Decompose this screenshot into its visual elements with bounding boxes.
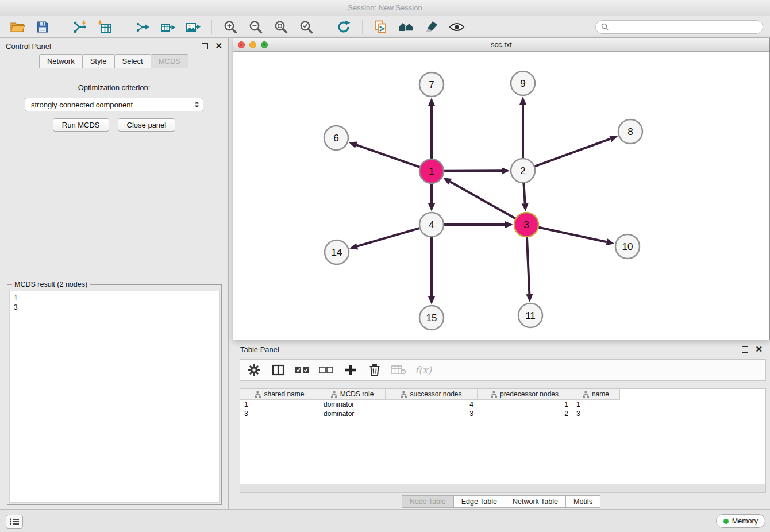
column-header-label: MCDS role — [340, 390, 374, 398]
graph-node-3[interactable]: 3 — [514, 213, 538, 237]
graph-edge — [527, 237, 529, 294]
run-mcds-button[interactable]: Run MCDS — [53, 118, 109, 132]
show-panels-button[interactable] — [6, 515, 23, 529]
network-canvas[interactable]: 7968124314101511 — [233, 51, 769, 340]
graph-node-8[interactable]: 8 — [618, 119, 642, 144]
graph-edge-arrow — [428, 98, 435, 106]
maximize-window-icon[interactable]: + — [261, 41, 268, 48]
table-cell[interactable]: 1 — [240, 400, 319, 409]
minimize-window-icon[interactable]: − — [249, 41, 256, 48]
export-image-button[interactable] — [183, 18, 203, 36]
add-column-button[interactable] — [342, 362, 359, 378]
graph-edge-arrow — [519, 97, 526, 105]
window-titlebar: Session: New Session — [0, 0, 770, 16]
apply-style-button[interactable] — [421, 18, 442, 36]
save-session-button[interactable] — [32, 18, 53, 36]
open-session-button[interactable] — [7, 18, 28, 36]
import-network-button[interactable] — [70, 18, 90, 36]
graph-node-10[interactable]: 10 — [615, 234, 640, 259]
delete-row-button[interactable] — [367, 362, 383, 378]
close-table-panel-icon[interactable]: ✕ — [755, 346, 763, 352]
column-header-predecessor-nodes[interactable]: predecessor nodes — [478, 389, 572, 400]
svg-text:6: 6 — [333, 133, 338, 144]
search-field[interactable] — [595, 20, 763, 34]
search-icon — [601, 23, 609, 30]
table-cell[interactable]: 3 — [386, 409, 478, 418]
refresh-layout-button[interactable] — [333, 18, 354, 36]
graph-node-11[interactable]: 11 — [518, 303, 542, 327]
table-settings-button[interactable] — [246, 362, 262, 378]
graph-node-2[interactable]: 2 — [511, 159, 535, 183]
graph-node-4[interactable]: 4 — [419, 213, 444, 237]
graph-edge — [523, 183, 525, 203]
home-view-button[interactable] — [396, 18, 417, 36]
copy-network-button[interactable] — [371, 18, 391, 36]
close-panel-button[interactable]: Close panel — [118, 118, 176, 132]
select-all-rows-button[interactable] — [294, 362, 310, 378]
tab-select[interactable]: Select — [114, 54, 151, 68]
graph-edge — [534, 139, 610, 167]
checked-boxes-icon — [295, 365, 310, 375]
table-cell[interactable]: dominator — [319, 409, 386, 418]
float-table-panel-icon[interactable] — [742, 346, 748, 353]
graph-node-6[interactable]: 6 — [324, 126, 348, 150]
export-network-icon — [135, 20, 150, 34]
graph-node-7[interactable]: 7 — [419, 72, 444, 97]
table-cell[interactable]: 1 — [572, 400, 620, 409]
close-window-icon[interactable]: × — [238, 41, 245, 48]
dropdown-value: strongly connected component — [31, 101, 133, 109]
column-header-MCDS-role[interactable]: MCDS role — [319, 389, 386, 400]
show-graphics-button[interactable] — [446, 18, 467, 36]
table-cell[interactable]: 1 — [478, 400, 572, 409]
tab-network[interactable]: Network — [39, 54, 83, 68]
table-row[interactable]: 3dominator323 — [240, 409, 765, 418]
graph-node-9[interactable]: 9 — [511, 71, 535, 95]
graph-edge-arrow — [606, 238, 615, 245]
column-header-successor-nodes[interactable]: successor nodes — [386, 389, 478, 400]
function-builder-button: f(x) — [415, 362, 432, 378]
column-type-icon — [331, 391, 337, 398]
tab-network-table[interactable]: Network Table — [505, 495, 566, 508]
import-table-button[interactable] — [95, 18, 116, 36]
tab-edge-table[interactable]: Edge Table — [453, 495, 505, 508]
graph-node-15[interactable]: 15 — [419, 306, 444, 330]
table-cell[interactable]: 3 — [572, 409, 620, 418]
toolbar-separator — [61, 20, 61, 34]
graph-edge-arrow — [526, 294, 533, 302]
table-cell[interactable]: 4 — [386, 400, 478, 409]
float-panel-icon[interactable] — [202, 43, 208, 49]
table-cell[interactable]: 3 — [240, 409, 319, 418]
zoom-fit-button[interactable] — [271, 18, 291, 36]
zoom-in-button[interactable] — [220, 18, 241, 36]
column-header-label: successor nodes — [410, 390, 461, 398]
memory-button[interactable]: Memory — [716, 514, 765, 528]
tab-node-table[interactable]: Node Table — [402, 495, 454, 508]
tab-mcds[interactable]: MCDS — [151, 54, 188, 68]
show-columns-button[interactable] — [270, 362, 286, 378]
table-scrollbar[interactable] — [240, 484, 766, 493]
zoom-selected-button[interactable] — [296, 18, 317, 36]
graph-node-1[interactable]: 1 — [419, 159, 444, 183]
search-input[interactable] — [612, 22, 757, 32]
graph-edge-arrow — [349, 243, 358, 250]
deselect-all-rows-button[interactable] — [318, 362, 334, 378]
optimization-criterion-dropdown[interactable]: strongly connected component — [25, 98, 203, 111]
table-panel: Table Panel ✕ f(x) shared nameMCDS rol — [233, 342, 770, 509]
graph-node-14[interactable]: 14 — [325, 240, 349, 264]
tab-motifs[interactable]: Motifs — [565, 495, 600, 508]
column-type-icon — [583, 391, 589, 398]
table-cell[interactable]: dominator — [319, 400, 386, 409]
column-header-name[interactable]: name — [572, 389, 620, 400]
tab-style[interactable]: Style — [82, 54, 115, 68]
close-panel-icon[interactable]: ✕ — [215, 43, 222, 49]
trash-icon — [368, 363, 381, 377]
table-row[interactable]: 1dominator411 — [240, 400, 765, 409]
window-title: Session: New Session — [348, 3, 422, 12]
column-header-label: name — [592, 390, 609, 398]
graph-edge — [444, 171, 502, 171]
table-cell[interactable]: 2 — [478, 409, 572, 418]
zoom-out-button[interactable] — [245, 18, 266, 36]
column-header-shared-name[interactable]: shared name — [240, 389, 319, 400]
export-table-button[interactable] — [157, 18, 178, 36]
export-network-button[interactable] — [132, 18, 153, 36]
